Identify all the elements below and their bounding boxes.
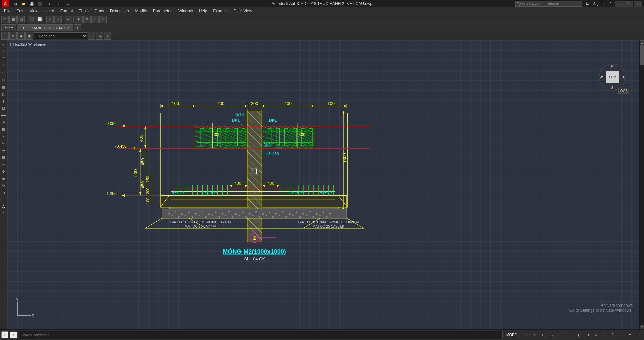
restore-btn[interactable]: ❐ — [624, 1, 633, 7]
lt-scale[interactable]: ⊿ — [0, 189, 7, 196]
help-icon[interactable]: ? — [608, 2, 613, 6]
status-snap[interactable]: ✛ — [531, 332, 538, 338]
status-osnap[interactable]: ⊡ — [557, 332, 565, 338]
lt-extend[interactable]: ⇥ — [0, 147, 7, 154]
lt-offset[interactable]: ⊟ — [0, 154, 7, 161]
command-input[interactable] — [19, 331, 503, 339]
scroll-track[interactable] — [640, 45, 644, 325]
tab-new[interactable]: + — [74, 24, 81, 31]
lt-mirror[interactable]: ⊣ — [0, 161, 7, 168]
status-grid[interactable]: ⊞ — [522, 332, 530, 338]
exchange-btn[interactable]: ⇆ — [584, 2, 590, 6]
signin-btn[interactable]: Sign In — [592, 2, 606, 6]
menu-view[interactable]: View — [27, 7, 41, 15]
lt-point[interactable]: · — [0, 133, 7, 140]
status-otrack[interactable]: ⊞ — [566, 332, 574, 338]
status-tpy[interactable]: ⊟ — [600, 332, 608, 338]
tb2-f[interactable]: ⇅ — [96, 32, 103, 40]
status-model[interactable]: MODEL — [504, 332, 521, 338]
menu-modify[interactable]: Modify — [132, 7, 150, 15]
tb-plot[interactable]: ⬛ — [28, 16, 35, 23]
tb-b[interactable]: B — [83, 16, 91, 23]
status-am[interactable]: ≣ — [626, 332, 634, 338]
open-btn[interactable]: 📂 — [20, 0, 27, 7]
status-sc[interactable]: ⬡ — [617, 332, 625, 338]
status-polar[interactable]: ◎ — [548, 332, 556, 338]
plot-btn[interactable]: 🖨 — [65, 0, 72, 7]
canvas-area[interactable]: [-][Top][2D Wireframe] N S W E TOP WCS X… — [7, 40, 639, 329]
menu-format[interactable]: Format — [58, 7, 76, 15]
menu-window[interactable]: Window — [176, 7, 196, 15]
tb2-c[interactable]: ◉ — [17, 32, 25, 40]
status-lwt[interactable]: ≡ — [593, 332, 599, 338]
app-logo[interactable]: A — [2, 0, 9, 7]
tab-close-btn[interactable]: ✕ — [67, 26, 70, 30]
tb-c[interactable]: C — [91, 16, 99, 23]
status-close-btn[interactable]: ✕ — [1, 331, 8, 338]
lt-text[interactable]: T — [0, 98, 7, 105]
lt-copy[interactable]: ⊕ — [0, 175, 7, 182]
lt-select[interactable]: ↖ — [0, 42, 7, 48]
lt-leader[interactable]: ↗ — [0, 119, 7, 126]
lt-insert[interactable]: ⊞ — [0, 126, 7, 133]
lt-query[interactable]: ? — [0, 210, 7, 217]
lt-stretch[interactable]: ↔ — [0, 196, 7, 203]
minimize-btn[interactable]: ─ — [615, 1, 624, 7]
menu-draw[interactable]: Draw — [92, 7, 107, 15]
tb-new[interactable]: □ — [1, 16, 9, 23]
status-ducs[interactable]: ◧ — [575, 332, 583, 338]
lt-rect[interactable]: □ — [0, 77, 7, 83]
scroll-down-btn[interactable]: ▼ — [640, 325, 644, 329]
tb-save[interactable]: ▤ — [17, 16, 25, 23]
menu-dimension[interactable]: Dimension — [107, 7, 132, 15]
tb-plot2[interactable]: ⬜ — [36, 16, 43, 23]
status-qp[interactable]: ? — [609, 332, 616, 338]
menu-edit[interactable]: Edit — [14, 7, 26, 15]
lt-dim[interactable]: ⟷ — [0, 112, 7, 119]
tb2-a[interactable]: ☰ — [1, 32, 9, 40]
status-dyn[interactable]: ⊿ — [584, 332, 591, 338]
tb-open[interactable]: ▦ — [9, 16, 17, 23]
tb2-e[interactable]: ✓ — [88, 32, 95, 40]
right-scrollbar[interactable]: ▲ ▼ — [639, 40, 644, 329]
lt-region[interactable]: ◫ — [0, 91, 7, 97]
menu-dataview[interactable]: Data View — [231, 7, 255, 15]
menu-file[interactable]: File — [1, 7, 13, 15]
scroll-thumb[interactable] — [640, 45, 644, 65]
cube-top-face[interactable]: TOP — [606, 71, 619, 83]
redo-btn[interactable]: ↪ — [54, 0, 62, 7]
tb-redo[interactable]: ↪ — [54, 16, 62, 23]
menu-help[interactable]: Help — [196, 7, 210, 15]
tb2-b[interactable]: ◈ — [9, 32, 17, 40]
close-btn[interactable]: ✕ — [634, 1, 642, 7]
tb-d[interactable]: D — [99, 16, 107, 23]
lt-move[interactable]: ✛ — [0, 168, 7, 175]
lt-arc[interactable]: ⌔ — [0, 70, 7, 76]
lt-mtext[interactable]: M — [0, 105, 7, 112]
search-box[interactable]: Type a keyword or phrase — [515, 1, 582, 7]
save-btn[interactable]: 💾 — [28, 0, 35, 7]
layer-selector[interactable]: Duong bao — [34, 32, 87, 39]
menu-tools[interactable]: Tools — [76, 7, 91, 15]
lt-A[interactable]: A — [0, 203, 7, 210]
tb-match[interactable]: ↔ — [65, 16, 72, 23]
lt-hatch[interactable]: ▦ — [0, 84, 7, 90]
status-ortho[interactable]: ⊾ — [540, 332, 547, 338]
status-menu[interactable]: ☰ — [635, 332, 643, 338]
tb2-g[interactable]: ⊞ — [104, 32, 111, 40]
new-btn[interactable]: ◨ — [12, 0, 19, 7]
menu-parametric[interactable]: Parametric — [150, 7, 175, 15]
menu-insert[interactable]: Insert — [42, 7, 57, 15]
tb-undo[interactable]: ↩ — [46, 16, 54, 23]
tb2-d[interactable]: ▣ — [25, 32, 33, 40]
tb-a[interactable]: A — [75, 16, 83, 23]
tab-start[interactable]: Start — [1, 24, 16, 31]
lt-line[interactable]: ╱ — [0, 49, 7, 55]
lt-rotate[interactable]: ↻ — [0, 182, 7, 189]
saveas-btn[interactable]: ⬛ — [36, 0, 43, 7]
undo-btn[interactable]: ↩ — [46, 0, 54, 7]
status-vert-btn[interactable]: ▼ — [10, 332, 17, 338]
lt-polyline[interactable]: ⌒ — [0, 56, 7, 62]
scroll-up-btn[interactable]: ▲ — [640, 40, 644, 45]
lt-trim[interactable]: ✂ — [0, 140, 7, 147]
